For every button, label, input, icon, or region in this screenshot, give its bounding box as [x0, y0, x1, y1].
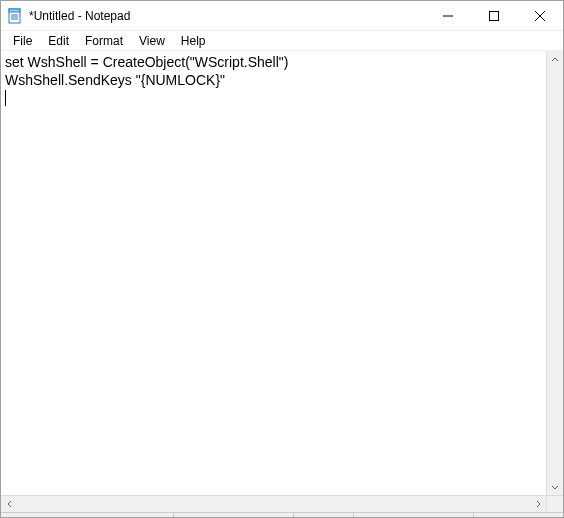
- menu-format[interactable]: Format: [77, 33, 131, 49]
- menu-edit[interactable]: Edit: [40, 33, 77, 49]
- vertical-scrollbar[interactable]: [546, 51, 563, 495]
- svg-rect-1: [9, 9, 20, 12]
- svg-rect-6: [490, 12, 499, 21]
- status-encoding: UTF-8: [473, 513, 563, 518]
- window-title: *Untitled - Notepad: [29, 9, 425, 23]
- titlebar[interactable]: *Untitled - Notepad: [1, 1, 563, 31]
- text-caret: [5, 90, 6, 106]
- menu-view[interactable]: View: [131, 33, 173, 49]
- scroll-right-arrow-icon[interactable]: [529, 496, 546, 512]
- scroll-up-arrow-icon[interactable]: [547, 51, 563, 68]
- status-zoom: 100%: [293, 513, 353, 518]
- notepad-icon: [7, 8, 23, 24]
- status-position: Ln 3, Col 1: [173, 513, 293, 518]
- menu-help[interactable]: Help: [173, 33, 214, 49]
- statusbar: Ln 3, Col 1 100% Windows (CRLF) UTF-8: [1, 512, 563, 518]
- minimize-button[interactable]: [425, 1, 471, 31]
- vertical-scroll-track[interactable]: [547, 68, 563, 478]
- close-button[interactable]: [517, 1, 563, 31]
- status-line-ending: Windows (CRLF): [353, 513, 473, 518]
- scroll-left-arrow-icon[interactable]: [1, 496, 18, 512]
- window-controls: [425, 1, 563, 30]
- maximize-button[interactable]: [471, 1, 517, 31]
- menu-file[interactable]: File: [5, 33, 40, 49]
- menubar: File Edit Format View Help: [1, 31, 563, 51]
- horizontal-scrollbar[interactable]: [1, 495, 563, 512]
- horizontal-scroll-track[interactable]: [18, 496, 529, 512]
- editor-area: set WshShell = CreateObject("WScript.She…: [1, 51, 563, 495]
- scroll-down-arrow-icon[interactable]: [547, 478, 563, 495]
- scroll-corner: [546, 496, 563, 512]
- text-editor[interactable]: set WshShell = CreateObject("WScript.She…: [1, 51, 546, 495]
- editor-text[interactable]: set WshShell = CreateObject("WScript.She…: [5, 54, 288, 88]
- status-spacer: [1, 513, 173, 518]
